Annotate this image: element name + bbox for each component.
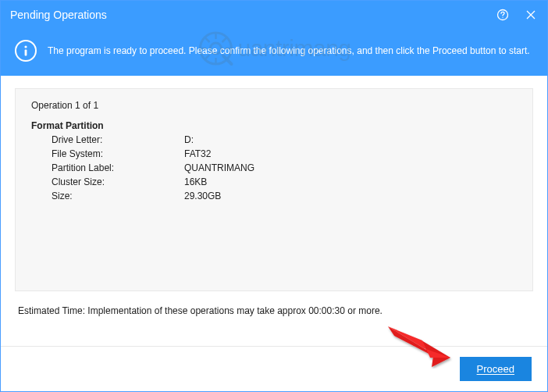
detail-label: Partition Label:: [52, 161, 184, 175]
operations-panel: Operation 1 of 1 Format Partition Drive …: [15, 88, 533, 291]
detail-value: FAT32: [184, 147, 517, 161]
titlebar: Pending Operations: [1, 1, 547, 29]
svg-rect-5: [25, 50, 27, 56]
operation-title: Format Partition: [31, 120, 517, 131]
detail-value: 29.30GB: [184, 189, 517, 203]
footer: Proceed: [1, 346, 547, 391]
info-banner: The program is ready to proceed. Please …: [1, 29, 547, 76]
detail-row: File System: FAT32: [52, 147, 517, 161]
detail-label: File System:: [52, 147, 184, 161]
detail-value: QUANTRIMANG: [184, 161, 517, 175]
estimated-time: Estimated Time: Implementation of these …: [15, 291, 533, 316]
dialog-window: Pending Operations: [0, 0, 548, 392]
detail-row: Drive Letter: D:: [52, 133, 517, 147]
window-title: Pending Operations: [10, 9, 496, 21]
info-icon: [15, 40, 37, 62]
detail-label: Size:: [52, 189, 184, 203]
info-message: The program is ready to proceed. Please …: [48, 45, 530, 56]
detail-value: 16KB: [184, 175, 517, 189]
detail-label: Cluster Size:: [52, 175, 184, 189]
detail-row: Partition Label: QUANTRIMANG: [52, 161, 517, 175]
svg-point-4: [24, 45, 27, 48]
help-icon[interactable]: [496, 8, 510, 22]
titlebar-actions: [496, 8, 538, 22]
close-icon[interactable]: [524, 8, 538, 22]
detail-value: D:: [184, 133, 517, 147]
content-area: Operation 1 of 1 Format Partition Drive …: [1, 76, 547, 346]
detail-label: Drive Letter:: [52, 133, 184, 147]
operation-details: Drive Letter: D: File System: FAT32 Part…: [31, 133, 517, 203]
proceed-button[interactable]: Proceed: [460, 357, 532, 381]
operation-counter: Operation 1 of 1: [31, 100, 517, 111]
detail-row: Cluster Size: 16KB: [52, 175, 517, 189]
svg-point-1: [502, 17, 503, 18]
detail-row: Size: 29.30GB: [52, 189, 517, 203]
